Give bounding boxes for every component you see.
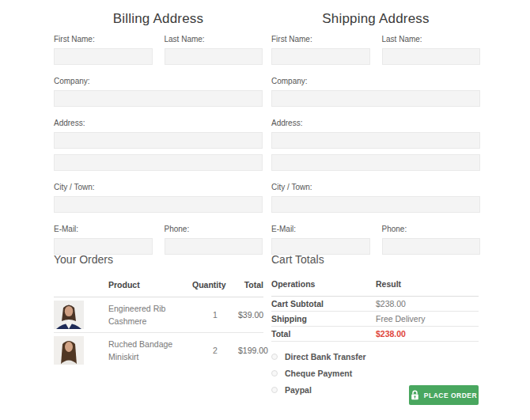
product-thumbnail-navy-blazer xyxy=(54,301,84,329)
orders-col-quantity: Quantity xyxy=(192,280,238,289)
billing-name-row: First Name: Last Name: xyxy=(54,35,263,65)
billing-email-input[interactable] xyxy=(54,238,153,255)
cart-totals-table: Operations Result Cart Subtotal $238.00 … xyxy=(271,275,479,342)
shipping-address-line2-input[interactable] xyxy=(271,154,480,171)
cart-shipping-label: Shipping xyxy=(271,314,376,324)
billing-last-name-label: Last Name: xyxy=(165,35,263,44)
cart-shipping-row: Shipping Free Delivery xyxy=(271,312,479,327)
billing-email-label: E-Mail: xyxy=(54,225,153,233)
checkout-page: Billing Address First Name: Last Name: C… xyxy=(0,0,530,420)
shipping-name-row: First Name: Last Name: xyxy=(271,35,480,65)
shipping-first-name-label: First Name: xyxy=(271,35,370,44)
billing-company-input[interactable] xyxy=(54,90,263,107)
cart-totals-section: Cart Totals Operations Result Cart Subto… xyxy=(271,253,479,402)
product-name: Ruched Bandage Miniskirt xyxy=(108,338,192,364)
billing-last-name-input[interactable] xyxy=(165,48,263,65)
billing-address-line2-input[interactable] xyxy=(54,154,263,171)
shipping-email-label: E-Mail: xyxy=(271,225,370,233)
lock-icon xyxy=(411,390,419,400)
payment-option-direct-bank-transfer[interactable]: Direct Bank Transfer xyxy=(271,352,479,361)
billing-city-label: City / Town: xyxy=(54,183,263,191)
billing-first-name-label: First Name: xyxy=(54,35,153,44)
orders-table: Product Quantity Total Engineered Rib Ca… xyxy=(54,275,263,368)
billing-city-input[interactable] xyxy=(54,196,263,213)
payment-label: Direct Bank Transfer xyxy=(285,352,366,361)
billing-address-label: Address: xyxy=(54,119,263,127)
place-order-button[interactable]: PLACE ORDER xyxy=(409,385,479,405)
product-name: Engineered Rib Cashmere xyxy=(108,302,192,328)
shipping-city-label: City / Town: xyxy=(271,183,480,191)
shipping-city-input[interactable] xyxy=(271,196,480,213)
billing-address-section: Billing Address First Name: Last Name: C… xyxy=(54,11,263,255)
billing-company-label: Company: xyxy=(54,77,263,85)
order-row: Ruched Bandage Miniskirt 2 $199.00 xyxy=(54,333,263,368)
cart-totals-header: Operations Result xyxy=(271,275,479,297)
shipping-phone-input[interactable] xyxy=(382,238,481,255)
shipping-first-name-input[interactable] xyxy=(271,48,370,65)
shipping-company-input[interactable] xyxy=(271,90,480,107)
shipping-address-section: Shipping Address First Name: Last Name: … xyxy=(271,11,480,255)
billing-phone-label: Phone: xyxy=(165,225,263,233)
cart-shipping-value: Free Delivery xyxy=(376,314,479,324)
cart-total-label: Total xyxy=(271,329,376,339)
place-order-label: PLACE ORDER xyxy=(424,392,477,399)
cart-col-result: Result xyxy=(376,279,479,289)
cart-subtotal-row: Cart Subtotal $238.00 xyxy=(271,297,479,312)
shipping-address-label: Address: xyxy=(271,119,480,127)
radio-paypal[interactable] xyxy=(271,387,278,393)
cart-total-row: Total $238.00 xyxy=(271,327,479,342)
product-total: $39.00 xyxy=(238,310,263,320)
payment-option-cheque-payment[interactable]: Cheque Payment xyxy=(271,369,479,378)
payment-label: Paypal xyxy=(285,385,312,395)
billing-phone-input[interactable] xyxy=(165,238,263,255)
cart-col-operations: Operations xyxy=(271,279,376,289)
your-orders-title: Your Orders xyxy=(54,253,263,266)
orders-table-header: Product Quantity Total xyxy=(54,275,263,297)
orders-col-product: Product xyxy=(108,280,192,289)
billing-address-title: Billing Address xyxy=(54,11,263,27)
shipping-last-name-input[interactable] xyxy=(382,48,481,65)
cart-subtotal-value: $238.00 xyxy=(376,299,479,308)
billing-address-line1-input[interactable] xyxy=(54,132,263,149)
order-row: Engineered Rib Cashmere 1 $39.00 xyxy=(54,297,263,333)
billing-first-name-input[interactable] xyxy=(54,48,153,65)
product-quantity: 2 xyxy=(192,346,238,355)
cart-totals-title: Cart Totals xyxy=(271,253,479,266)
orders-col-total: Total xyxy=(238,280,263,289)
shipping-address-title: Shipping Address xyxy=(271,11,480,27)
cart-subtotal-label: Cart Subtotal xyxy=(271,299,376,308)
shipping-email-input[interactable] xyxy=(271,238,370,255)
product-total: $199.00 xyxy=(238,346,263,355)
payment-label: Cheque Payment xyxy=(285,369,352,378)
shipping-address-line1-input[interactable] xyxy=(271,132,480,149)
radio-cheque-payment[interactable] xyxy=(271,370,278,376)
product-thumbnail-white-top xyxy=(54,336,84,365)
radio-direct-bank-transfer[interactable] xyxy=(271,354,278,360)
cart-total-value: $238.00 xyxy=(376,329,479,339)
shipping-company-label: Company: xyxy=(271,77,480,85)
product-quantity: 1 xyxy=(192,310,238,320)
your-orders-section: Your Orders Product Quantity Total xyxy=(54,253,263,368)
shipping-phone-label: Phone: xyxy=(382,225,481,233)
shipping-last-name-label: Last Name: xyxy=(382,35,481,44)
